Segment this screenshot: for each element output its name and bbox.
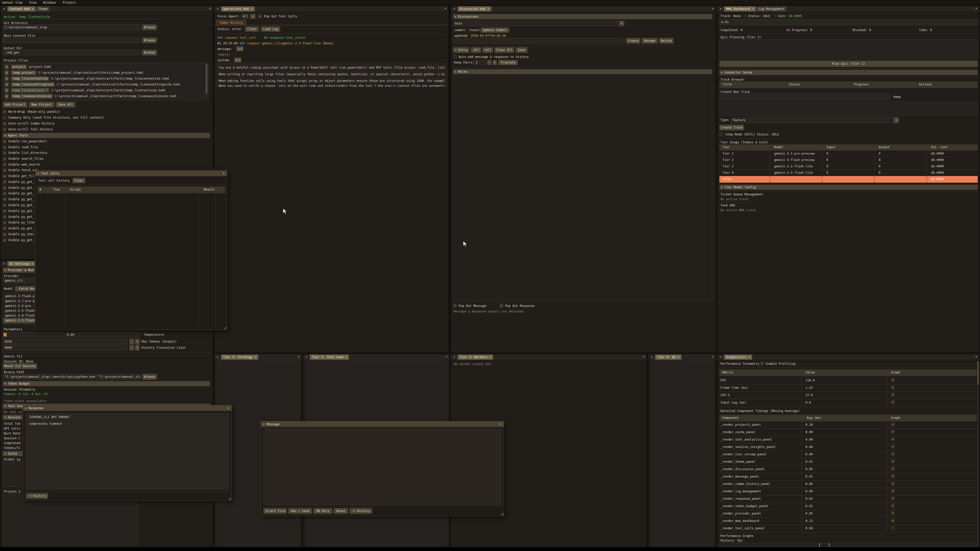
plan-epic-button[interactable]: Plan Epic (Tier 1) xyxy=(719,61,978,67)
tool-checkbox[interactable] xyxy=(3,174,6,178)
tab-discussion-hub[interactable]: Discussion Hub✕ xyxy=(458,6,491,11)
chevron-down-icon[interactable]: ▼ xyxy=(619,21,624,26)
component-graph-checkbox[interactable] xyxy=(891,430,895,433)
close-tab-icon[interactable]: ✕ xyxy=(748,354,750,360)
metric-graph-checkbox[interactable] xyxy=(891,400,895,404)
close-tab-icon[interactable]: ✕ xyxy=(489,354,491,360)
resize-grip[interactable] xyxy=(501,513,503,515)
focus-agent-combo[interactable]: All▼ xyxy=(241,14,256,19)
tab-context-hub[interactable]: Context Hub✕ xyxy=(7,6,35,11)
binary-path-input[interactable]: "C:\projects\manual_slop\.venv\Scripts\p… xyxy=(3,374,141,380)
scrollbar-thumb[interactable] xyxy=(205,64,207,94)
component-graph-checkbox[interactable] xyxy=(891,489,895,493)
git-browse-button[interactable]: Browse xyxy=(142,24,157,30)
close-window-icon[interactable]: ✕ xyxy=(500,422,501,426)
remove-file-button[interactable]: x xyxy=(5,82,9,87)
menu-project[interactable]: Project xyxy=(63,1,76,4)
create-track-button[interactable]: Create Track xyxy=(719,125,744,130)
resize-grip[interactable] xyxy=(224,326,226,329)
truncate-button[interactable]: Truncate xyxy=(498,60,518,65)
tab-tier4-qa[interactable]: Tier 4: QA✕ xyxy=(655,354,681,360)
file-tag[interactable]: temp_project xyxy=(11,70,36,75)
tab-mma-dashboard[interactable]: MMA Dashboard✕ xyxy=(724,6,756,11)
save-all-button[interactable]: Save All xyxy=(56,102,75,107)
metric-graph-checkbox[interactable] xyxy=(891,386,895,389)
close-tab-icon[interactable]: ✕ xyxy=(251,6,253,11)
tool-checkbox[interactable] xyxy=(3,186,6,190)
popout-toolcalls-checkbox[interactable] xyxy=(258,14,262,18)
close-window-icon[interactable]: ✕ xyxy=(223,171,224,175)
component-graph-checkbox[interactable] xyxy=(891,526,895,530)
tool-checkbox[interactable] xyxy=(3,203,6,207)
close-tab-icon[interactable]: ✕ xyxy=(32,261,33,266)
system-prompt-box[interactable]: You are a helpful coding assistant with … xyxy=(216,64,447,87)
menu-windows[interactable]: Windows xyxy=(43,1,56,4)
tool-checkbox[interactable] xyxy=(3,157,6,161)
auto-add-checkbox[interactable] xyxy=(453,55,457,59)
collapse-all-button[interactable]: -All xyxy=(471,47,481,53)
track-name-input[interactable] xyxy=(719,94,891,100)
menu-view[interactable]: View xyxy=(29,1,37,4)
chevron-down-icon[interactable]: ▼ xyxy=(894,118,899,123)
component-graph-checkbox[interactable] xyxy=(891,445,895,448)
output-dir-browse-button[interactable]: Browse xyxy=(142,50,157,56)
tier-model-config-section[interactable]: Tier Model Config xyxy=(719,185,978,190)
project-file-row[interactable]: xtemp_livecontextsimC:\projects\manual_s… xyxy=(5,76,169,81)
response-to-history-button[interactable]: -> History xyxy=(26,493,48,499)
tool-checkbox[interactable] xyxy=(3,197,6,201)
truncation-input[interactable]: 8000 xyxy=(3,345,128,351)
truncation-plus-button[interactable]: + xyxy=(135,345,140,351)
remove-file-button[interactable]: x xyxy=(5,88,9,93)
tool-checkbox[interactable] xyxy=(3,209,6,213)
dock-collapse-icon[interactable]: ▼ xyxy=(2,262,6,266)
epic-planning-textarea[interactable] xyxy=(719,39,978,59)
agent-tools-section[interactable]: Agent Tools xyxy=(3,133,210,138)
remove-file-button[interactable]: x xyxy=(5,70,9,75)
tool-checkbox[interactable] xyxy=(3,140,6,143)
scrollbar[interactable] xyxy=(977,361,979,546)
close-tab-icon[interactable]: ✕ xyxy=(32,6,33,11)
keep-pairs-input[interactable]: 2 xyxy=(474,60,486,65)
main-context-browse-button[interactable]: Browse xyxy=(142,38,157,43)
tool-checkbox[interactable] xyxy=(3,238,6,242)
tool-checkbox[interactable] xyxy=(3,145,6,149)
dock-close-icon[interactable]: ✕ xyxy=(975,355,977,359)
metric-graph-checkbox[interactable] xyxy=(891,378,895,382)
autoscroll-comms-checkbox[interactable] xyxy=(3,122,6,125)
clear-all-button[interactable]: Clear All xyxy=(494,47,514,53)
popout-message-checkbox[interactable] xyxy=(453,304,457,308)
expand-all-button[interactable]: +All xyxy=(483,47,493,53)
file-tag[interactable]: project xyxy=(11,65,27,69)
scrollbar-thumb[interactable] xyxy=(977,361,979,385)
file-tag[interactable]: temp_liveaisettingssim xyxy=(11,82,55,87)
roles-section[interactable]: Roles xyxy=(453,69,712,74)
autoscroll-tool-checkbox[interactable] xyxy=(3,127,6,131)
tab-tier2-tech-lead[interactable]: Tier 2: Tech Lead✕ xyxy=(310,354,349,360)
tool-checkbox[interactable] xyxy=(3,151,6,155)
tool-checkbox[interactable] xyxy=(3,227,6,230)
md-only-button[interactable]: MD Only xyxy=(313,508,332,514)
clear-tool-history-button[interactable]: Clear xyxy=(73,178,85,183)
tab-ai-settings[interactable]: AI Settings✕ xyxy=(7,261,35,266)
close-window-icon[interactable]: ✕ xyxy=(228,406,229,410)
tool-checkbox[interactable] xyxy=(3,215,6,219)
dock-close-icon[interactable]: ✕ xyxy=(209,6,211,10)
main-context-file-input[interactable] xyxy=(3,38,141,43)
delete-discussion-button[interactable]: Delete xyxy=(659,38,673,44)
component-graph-checkbox[interactable] xyxy=(891,511,895,515)
component-graph-checkbox[interactable] xyxy=(891,437,895,441)
enable-profiling-checkbox[interactable] xyxy=(760,362,764,365)
track-type-combo[interactable]: feature▼ xyxy=(731,117,899,123)
remove-file-button[interactable] xyxy=(5,100,9,100)
token-budget-section[interactable]: Token Budget xyxy=(3,381,210,386)
tab-tier3-workers[interactable]: Tier 3: Workers✕ xyxy=(458,354,493,360)
dock-close-icon[interactable]: ✕ xyxy=(643,355,645,359)
response-titlebar[interactable]: Response xyxy=(23,405,231,411)
discussions-section[interactable]: Discussions xyxy=(453,14,712,19)
tool-checkbox[interactable] xyxy=(3,168,6,172)
step-mode-checkbox[interactable] xyxy=(719,132,723,136)
tool-checkbox[interactable] xyxy=(3,180,6,184)
close-tab-icon[interactable]: ✕ xyxy=(752,6,754,11)
close-tab-icon[interactable]: ✕ xyxy=(487,6,489,11)
remove-file-button[interactable]: x xyxy=(5,65,9,69)
